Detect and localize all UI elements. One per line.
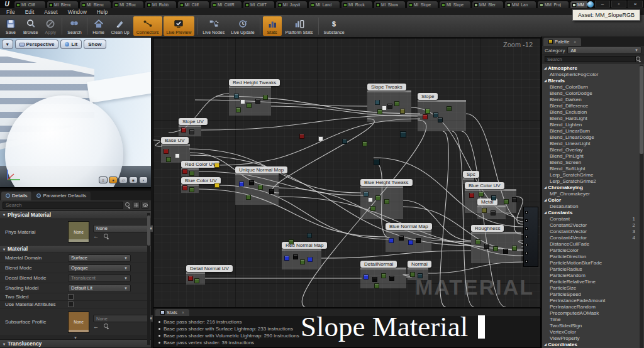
graph-node[interactable] (368, 197, 373, 202)
graph-node[interactable] (269, 189, 274, 194)
save-button[interactable]: Save (1, 15, 20, 37)
graph-node[interactable] (374, 159, 380, 165)
graph-node[interactable] (284, 256, 289, 261)
palette-item-blend_difference[interactable]: Blend_Difference (542, 102, 644, 109)
graph-node[interactable] (384, 199, 389, 204)
palette-item-precomputedaomask[interactable]: PrecomputedAOMask (542, 310, 644, 316)
palette-section-color[interactable]: ◢Color (542, 197, 644, 203)
clean-up-button[interactable]: Clean Up (108, 15, 133, 37)
minimize-button[interactable]: – (595, 1, 610, 8)
graph-node[interactable] (181, 128, 186, 133)
palette-item-blend_linearlight[interactable]: Blend_LinearLight (542, 140, 644, 146)
graph-node[interactable] (289, 239, 294, 244)
asset-tab-mi_clifft[interactable]: MI_CliffT (243, 1, 275, 8)
category-dropdown[interactable]: All▼ (567, 46, 641, 54)
graph-node[interactable] (433, 112, 438, 117)
asset-tab-mi_cliff[interactable]: MI_Cliff (177, 1, 209, 8)
palette-item-constant2vector[interactable]: Constant2Vector2 (542, 222, 644, 228)
graph-node[interactable] (491, 210, 496, 215)
asset-tab-mi_rock[interactable]: MI_Rock (341, 1, 373, 8)
graph-node[interactable] (399, 236, 404, 241)
phys-material-dropdown[interactable]: None▼ (93, 225, 156, 232)
details-search-input[interactable] (3, 202, 123, 209)
palette-item-lerp_scratchgrime2[interactable]: Lerp_ScratchGrime2 (542, 178, 644, 184)
palette-item-particlesize[interactable]: ParticleSize (542, 285, 644, 291)
graph-node[interactable] (308, 257, 313, 262)
graph-node[interactable] (394, 101, 399, 106)
palette-item-blend_colorburn[interactable]: Blend_ColorBurn (542, 84, 644, 90)
graph-node[interactable] (400, 131, 406, 138)
graph-node[interactable] (182, 169, 187, 174)
graph-node[interactable] (164, 149, 169, 154)
palette-item-blend_darken[interactable]: Blend_Darken (542, 96, 644, 102)
asset-tab-mi_cliffr[interactable]: MI_CliffR (210, 1, 242, 8)
asset-tab-mi_slope[interactable]: MI_Slope (406, 1, 438, 8)
display-filter-button[interactable] (142, 202, 148, 209)
preview-mesh-plane-button[interactable]: ▱ (119, 177, 128, 183)
menu-help[interactable]: Help (97, 9, 108, 15)
graph-node[interactable] (300, 259, 305, 264)
node-input-pin[interactable] (525, 219, 528, 222)
palette-item-desaturation[interactable]: Desaturation (542, 203, 644, 209)
palette-item-time[interactable]: Time (542, 316, 644, 322)
globe-icon[interactable] (587, 1, 594, 8)
palette-item-perinstancefadeamount[interactable]: PerInstanceFadeAmount (542, 297, 644, 303)
graph-node[interactable] (234, 94, 239, 99)
graph-node[interactable] (469, 193, 474, 198)
use-selected-icon[interactable]: ← (93, 324, 99, 329)
graph-node[interactable] (425, 109, 430, 114)
menu-window[interactable]: Window (68, 9, 87, 15)
graph-node[interactable] (375, 195, 380, 200)
graph-node[interactable] (236, 107, 241, 112)
node-input-pin[interactable] (525, 211, 528, 214)
graph-node[interactable] (423, 114, 428, 119)
palette-item-blend_pinlight[interactable]: Blend_PinLight (542, 153, 644, 159)
graph-node[interactable] (307, 233, 312, 238)
graph-node[interactable] (410, 272, 415, 277)
graph-node[interactable] (389, 276, 394, 281)
viewport-options-button[interactable]: ▾ (2, 40, 13, 49)
palette-item-blend_lineardodge[interactable]: Blend_LinearDodge (542, 134, 644, 140)
browse-to-asset-icon[interactable] (104, 324, 109, 329)
live-nodes-button[interactable]: Live Nodes (199, 15, 228, 37)
close-icon[interactable]: × (574, 40, 576, 44)
graph-node[interactable] (182, 185, 187, 190)
graph-node[interactable] (475, 239, 480, 244)
graph-node[interactable] (377, 109, 382, 114)
palette-item-constant4vector[interactable]: Constant4Vector4 (542, 234, 644, 241)
asset-tab-mi_joysti[interactable]: MI_Joysti (275, 1, 308, 8)
asset-tab-mi_blenc[interactable]: MI_Blenc (47, 1, 79, 8)
graph-node[interactable] (387, 104, 392, 109)
browse-button[interactable]: Browse (20, 15, 41, 37)
close-button[interactable]: × (628, 1, 643, 8)
preview-mesh-cube-button[interactable]: ■ (129, 177, 138, 183)
graph-node[interactable] (362, 141, 367, 146)
asset-tab-mi_2roc[interactable]: MI_2Roc (112, 1, 144, 8)
lit-button[interactable]: Lit (60, 40, 82, 49)
graph-node[interactable] (400, 109, 405, 114)
graph-node[interactable] (194, 278, 199, 283)
preview-viewport[interactable]: ▾ Perspective Lit Show ▯●▱■◗ (0, 38, 151, 188)
asset-tab-mi_slope[interactable]: MI_Slope (439, 1, 471, 8)
graph-node[interactable] (493, 246, 498, 251)
graph-node[interactable] (188, 276, 193, 281)
details-scrollbar[interactable] (147, 213, 150, 345)
node-input-pin[interactable] (525, 236, 528, 238)
graph-node[interactable] (166, 157, 171, 162)
graph-node[interactable] (389, 238, 394, 243)
search-button[interactable]: Search (64, 15, 84, 37)
connectors-button[interactable]: Connectors (133, 16, 162, 36)
phys-material-thumbnail[interactable]: None (68, 221, 89, 242)
palette-item-mf_chromakeyer[interactable]: MF_Chromakeyer (542, 190, 644, 197)
graph-node[interactable] (418, 273, 423, 278)
palette-item-particlerelativetime[interactable]: ParticleRelativeTime (542, 278, 644, 285)
palette-item-particlerandom[interactable]: ParticleRandom (542, 272, 644, 278)
node-input-pin[interactable] (525, 260, 528, 263)
graph-node[interactable] (381, 273, 386, 278)
palette-tab[interactable]: Palette × (543, 38, 581, 46)
graph-node[interactable] (438, 117, 443, 122)
platform-stats-button[interactable]: Platform Stats (282, 15, 316, 37)
graph-node[interactable] (293, 254, 298, 259)
palette-item-particleradius[interactable]: ParticleRadius (542, 266, 644, 272)
asset-tab-mi_cliff[interactable]: MI_Cliff (14, 1, 46, 8)
